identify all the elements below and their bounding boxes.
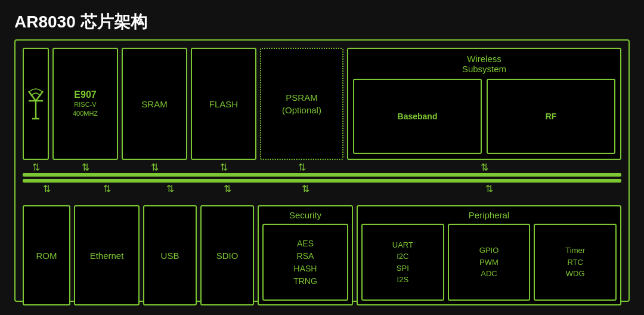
arrow-psram-up: ⇅ bbox=[260, 162, 343, 173]
sdio-label: SDIO bbox=[216, 251, 239, 261]
diagram-container: E907 RISC-V 400MHZ SRAM FLASH PSRAM (Opt… bbox=[14, 39, 630, 302]
wireless-sub: Baseband RF bbox=[353, 79, 615, 154]
block-sram: SRAM bbox=[122, 48, 187, 160]
bus-line-2 bbox=[23, 179, 621, 183]
security-inner: AES RSA HASH TRNG bbox=[262, 224, 348, 301]
block-ethernet: Ethernet bbox=[74, 205, 140, 305]
block-cpu: E907 RISC-V 400MHZ bbox=[52, 48, 118, 160]
block-sdio: SDIO bbox=[200, 205, 254, 305]
block-wireless: Wireless Subsystem Baseband RF bbox=[347, 48, 621, 160]
arrow-flash-up: ⇅ bbox=[191, 162, 256, 173]
block-peripheral: Peripheral UART I2C SPI I2S GPIO PWM ADC… bbox=[357, 205, 621, 305]
block-baseband: Baseband bbox=[353, 79, 482, 154]
rom-label: ROM bbox=[36, 251, 57, 261]
block-psram: PSRAM (Optional) bbox=[260, 48, 343, 160]
peri-timer: Timer RTC WDG bbox=[534, 224, 617, 301]
bottom-section: ROM Ethernet USB SDIO Security AES RSA H… bbox=[23, 205, 621, 305]
bus-area bbox=[23, 173, 621, 183]
arrow-security-down: ⇅ bbox=[258, 183, 353, 194]
security-items: AES RSA HASH TRNG bbox=[293, 237, 317, 288]
psram-label: PSRAM (Optional) bbox=[282, 91, 321, 116]
arrows-below-bus: ⇅ ⇅ ⇅ ⇅ ⇅ ⇅ bbox=[23, 184, 621, 193]
cpu-sub: RISC-V 400MHZ bbox=[73, 100, 98, 119]
block-antenna bbox=[23, 48, 49, 160]
arrow-cpu-up: ⇅ bbox=[52, 162, 118, 173]
arrow-usb-down: ⇅ bbox=[143, 183, 197, 194]
arrow-sram-up: ⇅ bbox=[122, 162, 187, 173]
block-rom: ROM bbox=[23, 205, 70, 305]
bus-line-1 bbox=[23, 173, 621, 177]
page-title: AR8030 芯片架构 bbox=[0, 0, 644, 39]
sram-label: SRAM bbox=[141, 99, 167, 109]
gpio-label: GPIO PWM ADC bbox=[479, 245, 499, 280]
usb-label: USB bbox=[161, 251, 179, 261]
antenna-icon bbox=[27, 49, 44, 159]
wireless-title: Wireless Subsystem bbox=[353, 54, 615, 74]
ethernet-label: Ethernet bbox=[90, 251, 124, 261]
block-usb: USB bbox=[143, 205, 197, 305]
block-security: Security AES RSA HASH TRNG bbox=[258, 205, 353, 305]
arrow-sdio-down: ⇅ bbox=[200, 183, 254, 194]
peri-uart: UART I2C SPI I2S bbox=[361, 224, 444, 301]
arrows-above-bus: ⇅ ⇅ ⇅ ⇅ ⇅ ⇅ bbox=[23, 162, 621, 172]
block-flash: FLASH bbox=[191, 48, 256, 160]
peripheral-title: Peripheral bbox=[469, 210, 509, 220]
baseband-label: Baseband bbox=[398, 112, 438, 121]
uart-label: UART I2C SPI I2S bbox=[392, 239, 413, 286]
top-section: E907 RISC-V 400MHZ SRAM FLASH PSRAM (Opt… bbox=[23, 48, 621, 160]
flash-label: FLASH bbox=[209, 99, 238, 109]
svg-line-1 bbox=[29, 91, 36, 101]
block-rf: RF bbox=[487, 79, 615, 154]
arrow-antenna-up: ⇅ bbox=[23, 162, 49, 173]
cpu-name: E907 bbox=[74, 89, 96, 100]
arrow-wireless-up: ⇅ bbox=[347, 162, 621, 173]
peripheral-inner: UART I2C SPI I2S GPIO PWM ADC Timer RTC … bbox=[361, 224, 617, 301]
security-title: Security bbox=[289, 210, 321, 220]
arrow-ethernet-down: ⇅ bbox=[74, 183, 140, 194]
peri-gpio: GPIO PWM ADC bbox=[448, 224, 531, 301]
arrow-rom-down: ⇅ bbox=[23, 183, 70, 194]
timer-label: Timer RTC WDG bbox=[565, 245, 585, 280]
rf-label: RF bbox=[546, 112, 557, 121]
arrow-peripheral-down: ⇅ bbox=[357, 183, 621, 194]
svg-line-2 bbox=[36, 91, 43, 101]
